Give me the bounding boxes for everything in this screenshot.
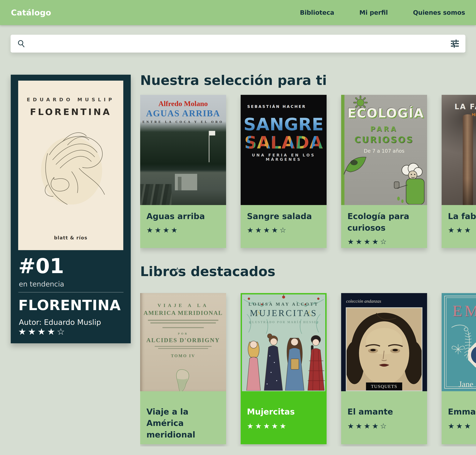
cover-title: EM (452, 302, 476, 320)
cover-title: LA FA (454, 102, 476, 111)
book-cover: colección andanzas (341, 293, 427, 391)
four-girls-illustration (242, 329, 325, 391)
nav-item-quienes-somos[interactable]: Quienes somos (413, 9, 465, 16)
book-cover: VIAJE A LA AMERICA MERIDIONAL POR ALCIDE… (140, 293, 226, 391)
cover-author: Alfredo Molano (140, 95, 226, 108)
catalog-content: Nuestra selección para ti Alfredo Molano… (140, 73, 476, 447)
book-cover: Alfredo Molano AGUAS ARRIBA ENTRE LA COC… (140, 95, 226, 205)
card-label: Aguas arriba ★★★★ (140, 205, 226, 234)
cover-title-line2: PARA (341, 125, 427, 133)
leaf-illustration (344, 154, 370, 176)
village-illustration (140, 184, 172, 205)
cover-volume: TOMO IV (140, 354, 226, 358)
star-rating: ★★★★☆ (247, 226, 320, 234)
book-title: La fab (448, 211, 476, 222)
card-label: Sangre salada ★★★★☆ (241, 205, 327, 234)
book-card-sangre-salada[interactable]: SEBASTIÁN HACHER SANGRE SALADA UNA FERIA… (241, 95, 327, 248)
divider (18, 292, 123, 292)
trending-rank: #01 (18, 254, 64, 278)
star-rating: ★★★ (448, 422, 476, 430)
cover-title-line1: VIAJE A LA (140, 293, 226, 308)
book-title: Emma (448, 406, 476, 418)
book-card-el-amante[interactable]: colección andanzas (341, 293, 427, 444)
chimney-illustration (463, 114, 473, 205)
book-title: Aguas arriba (147, 211, 220, 222)
book-card-emma[interactable]: EM Jane Emma (442, 293, 476, 444)
search-bar[interactable] (11, 35, 465, 53)
cover-subtitle: ENTRE LA COCA Y EL ORO (140, 120, 226, 124)
nav-item-mi-perfil[interactable]: Mi perfil (359, 9, 388, 16)
search-icon[interactable] (17, 40, 25, 48)
cover-title-line2: SALADA (241, 132, 327, 153)
cover-title-line1: ECOLOGÍA (346, 106, 426, 121)
kid-illustration (392, 162, 427, 205)
book-card-ecologia[interactable]: ECOLOGÍA PARA CURIOSOS De 7 a 107 años (341, 95, 427, 248)
book-cover: LA FA Hir (442, 95, 476, 205)
card-label: Mujercitas ★★★★★ (241, 391, 327, 431)
book-card-viaje[interactable]: VIAJE A LA AMERICA MERIDIONAL POR ALCIDE… (140, 293, 226, 444)
book-card-la-fab[interactable]: LA FA Hir La fab ★★★ (442, 95, 476, 248)
star-rating: ★★★★★ (247, 422, 320, 430)
cover-title-line3: CURIOSOS (341, 135, 427, 145)
cover-title: AGUAS ARRIBA (140, 108, 226, 118)
text-row-decoration (150, 322, 216, 324)
book-cover: ECOLOGÍA PARA CURIOSOS De 7 a 107 años (341, 95, 427, 205)
cover-collection: colección andanzas (346, 299, 381, 304)
nav-item-biblioteca[interactable]: Biblioteca (300, 9, 334, 16)
app-title: Catálogo (11, 8, 51, 17)
trending-book-cover: EDUARDO MUSLIP FLORENTINA (18, 81, 123, 250)
section-heading-destacados: Libros destacados (140, 264, 322, 279)
book-title: Sangre salada (247, 211, 320, 222)
book-title: Mujercitas (247, 406, 320, 418)
text-row-decoration (155, 346, 211, 347)
cover-publisher: TUSQUETS (366, 382, 402, 390)
cover-subtitle: De 7 a 107 años (341, 148, 427, 154)
featured-cards-row: VIAJE A LA AMERICA MERIDIONAL POR ALCIDE… (140, 293, 476, 444)
trending-star-rating: ★★★★☆ (18, 326, 66, 337)
card-label: Ecología para curiosos ★★★★☆ (341, 205, 427, 246)
book-cover: LOUISA MAY ALCOTT MUJERCITAS ILUSTRADO P… (242, 294, 325, 391)
book-title: Viaje a la América meridional (147, 406, 220, 441)
hair-sketch-illustration (29, 122, 112, 215)
star-rating: ★★★★☆ (347, 422, 421, 430)
app-header: Catálogo Biblioteca Mi perfil Quienes so… (0, 0, 476, 25)
cover-title-line1: SANGRE (241, 114, 327, 134)
cover-author: EDUARDO MUSLIP (18, 97, 123, 102)
book-title: El amante (347, 406, 421, 418)
book-cover: SEBASTIÁN HACHER SANGRE SALADA UNA FERIA… (241, 95, 327, 205)
star-rating: ★★★★ (147, 226, 220, 234)
cover-subtitle: ILUSTRADO POR MARÍA HESSE (242, 321, 325, 324)
search-input[interactable] (30, 40, 446, 48)
cover-author: Jane (459, 379, 473, 389)
book-card-mujercitas[interactable]: LOUISA MAY ALCOTT MUJERCITAS ILUSTRADO P… (241, 293, 327, 444)
house-illustration (175, 174, 197, 190)
card-label: La fab ★★★ (442, 205, 476, 234)
cover-title-line2: AMERICA MERIDIONAL (140, 309, 226, 316)
book-card-aguas-arriba[interactable]: Alfredo Molano AGUAS ARRIBA ENTRE LA COC… (140, 95, 226, 248)
section-heading-seleccion: Nuestra selección para ti (140, 73, 476, 88)
south-america-map-sketch (172, 369, 194, 391)
section-heading-destacados-wrap: Libros destacados (140, 264, 322, 279)
star-rating: ★★★ (448, 226, 476, 234)
trending-title: FLORENTINA (18, 297, 121, 313)
cover-author: SEBASTIÁN HACHER (247, 105, 306, 109)
card-label: Viaje a la América meridional ★★★☆☆ (140, 391, 226, 444)
woman-portrait-illustration (347, 308, 422, 391)
text-row-decoration (158, 348, 208, 349)
cover-subtitle: UNA FERIA EN LOS MÁRGENES (241, 153, 327, 162)
star-rating: ★★★★☆ (347, 237, 421, 246)
cover-author: LOUISA MAY ALCOTT (242, 302, 325, 307)
card-label: El amante ★★★★☆ (341, 391, 427, 431)
main-nav: Biblioteca Mi perfil Quienes somos (300, 9, 465, 16)
trending-book-card[interactable]: EDUARDO MUSLIP FLORENTINA (11, 75, 131, 343)
portrait-frame: TUSQUETS (346, 307, 422, 391)
card-label: Emma ★★★ (442, 391, 476, 431)
cover-publisher: blatt & ríos (18, 235, 123, 241)
filter-tune-icon[interactable] (451, 40, 459, 48)
book-title: Ecología para curiosos (347, 211, 421, 234)
book-cover: EM Jane (442, 293, 476, 391)
trending-rank-caption: en tendencia (19, 280, 64, 288)
cover-title: FLORENTINA (18, 107, 123, 117)
cover-by: POR (140, 332, 226, 335)
trending-author: Autor: Eduardo Muslip (19, 318, 101, 327)
